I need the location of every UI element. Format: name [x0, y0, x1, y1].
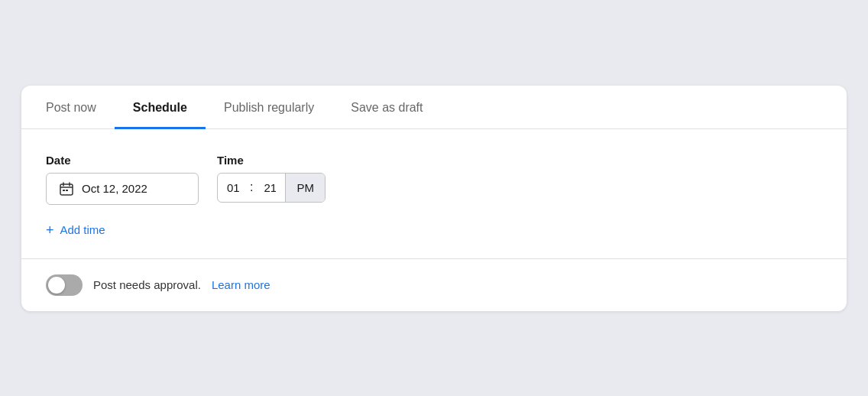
svg-rect-1	[63, 190, 65, 191]
time-field-group: Time : PM	[217, 154, 326, 203]
tab-schedule[interactable]: Schedule	[115, 86, 206, 129]
learn-more-link[interactable]: Learn more	[212, 278, 270, 291]
plus-icon: +	[46, 223, 54, 237]
date-value: Oct 12, 2022	[82, 182, 147, 195]
time-separator: :	[248, 180, 254, 194]
tab-bar: Post now Schedule Publish regularly Save…	[21, 86, 847, 129]
tab-post-now[interactable]: Post now	[46, 86, 115, 129]
schedule-content: Date Oct 12, 2022 Time :	[21, 129, 847, 258]
approval-toggle[interactable]	[46, 274, 83, 296]
toggle-track[interactable]	[46, 274, 83, 296]
add-time-row: + Add time	[46, 220, 822, 240]
add-time-button[interactable]: + Add time	[46, 220, 105, 240]
svg-rect-2	[66, 190, 68, 191]
calendar-icon	[59, 181, 74, 196]
scheduling-card: Post now Schedule Publish regularly Save…	[21, 86, 847, 311]
ampm-toggle[interactable]: PM	[285, 174, 325, 202]
toggle-thumb	[48, 277, 65, 294]
tab-publish-regularly[interactable]: Publish regularly	[206, 86, 332, 129]
approval-text: Post needs approval.	[93, 278, 201, 291]
add-time-label: Add time	[60, 223, 105, 236]
tab-save-as-draft[interactable]: Save as draft	[332, 86, 441, 129]
date-field-group: Date Oct 12, 2022	[46, 154, 199, 205]
time-hours-input[interactable]	[218, 174, 248, 202]
time-minutes-input[interactable]	[254, 174, 285, 202]
time-input: : PM	[217, 173, 326, 203]
date-label: Date	[46, 154, 199, 167]
date-input[interactable]: Oct 12, 2022	[46, 173, 199, 205]
fields-row: Date Oct 12, 2022 Time :	[46, 154, 822, 205]
bottom-section: Post needs approval. Learn more	[21, 258, 847, 311]
time-label: Time	[217, 154, 326, 167]
